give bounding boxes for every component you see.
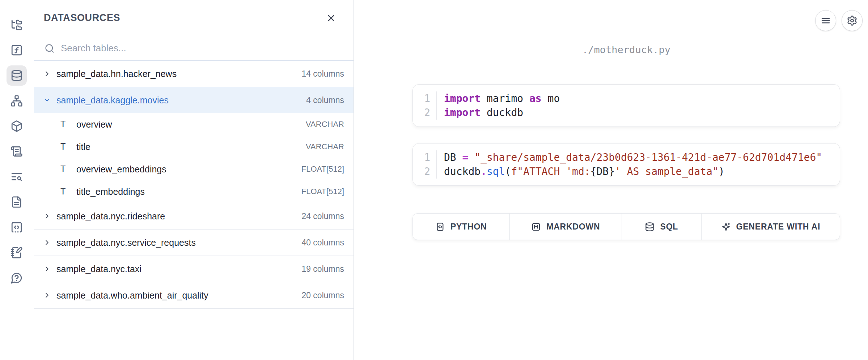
table-columns-count: 4 columns [306,95,344,105]
close-panel-button[interactable] [324,11,338,25]
sidebar-item-variables[interactable] [7,40,27,60]
table-name: sample_data.hn.hacker_news [56,69,301,79]
datasources-panel: DATASOURCES sample_data.hn.hacker_news14… [34,0,354,360]
code-token: DB [444,151,462,163]
sidebar-item-snippets[interactable] [7,217,27,237]
sparkles-icon [721,222,731,232]
table-name: sample_data.nyc.service_requests [56,237,301,248]
add-cell-bar: PYTHONMARKDOWNSQLGENERATE WITH AI [412,213,840,240]
search-tables-input[interactable] [61,36,353,60]
code-line: import marimo as mo [444,91,840,106]
folder-tree-icon [10,19,23,31]
sidebar-item-datasources[interactable] [7,65,27,86]
table-row[interactable]: sample_data.nyc.rideshare24 columns [34,203,353,229]
panel-title: DATASOURCES [44,12,120,23]
table-row[interactable]: sample_data.hn.hacker_news14 columns [34,61,353,87]
chevron-down-icon [43,96,51,104]
add-cell-button-label: SQL [660,222,678,232]
table-group: sample_data.nyc.taxi19 columns [34,256,353,282]
column-row[interactable]: Ttitle_embeddingsFLOAT[512] [34,180,353,203]
text-type-icon: T [60,119,70,129]
line-number: 1 [413,91,430,106]
markdown-icon [531,222,541,232]
code-cell[interactable]: 12DB = "_share/sample_data/23b0d623-1361… [412,143,840,186]
code-cell[interactable]: 12import marimo as moimport duckdb [412,84,840,127]
text-type-icon: T [60,164,70,174]
code-token: import [444,107,480,119]
column-type: FLOAT[512] [301,187,344,196]
sidebar-item-scratchpad[interactable] [7,243,27,263]
table-name: sample_data.nyc.rideshare [56,211,301,222]
line-number: 2 [413,164,430,179]
chevron-right-icon [43,70,51,78]
column-row[interactable]: ToverviewVARCHAR [34,113,353,136]
column-name: title_embeddings [76,187,301,197]
file-text-icon [10,196,23,208]
code-token [468,151,474,163]
sidebar-item-tracing[interactable] [7,167,27,187]
code-editor-content[interactable]: import marimo as moimport duckdb [437,91,840,120]
sidebar-item-documentation[interactable] [7,192,27,212]
sidebar-item-explorer[interactable] [7,15,27,35]
table-list: sample_data.hn.hacker_news14 columnssamp… [34,61,353,309]
menu-icon [820,15,831,26]
table-columns-count: 20 columns [301,291,344,300]
add-cell-sql-button[interactable]: SQL [622,214,701,240]
column-name: overview [76,119,306,130]
table-row[interactable]: sample_data.nyc.service_requests40 colum… [34,230,353,256]
chevron-right-icon [43,291,51,299]
table-name: sample_data.who.ambient_air_quality [56,290,301,301]
text-search-icon [10,171,23,183]
code-token: = [462,151,469,163]
code-token: f"ATTACH 'md: [511,166,590,177]
line-number: 1 [413,150,430,164]
table-columns-count: 19 columns [301,264,344,274]
add-cell-markdown-button[interactable]: MARKDOWN [509,214,622,240]
code-token: ) [719,166,725,177]
search-icon [45,43,55,53]
add-cell-python-button[interactable]: PYTHON [413,214,509,240]
code-editor-content[interactable]: DB = "_share/sample_data/23b0d623-1361-4… [437,150,840,179]
code-token: duckdb [480,107,523,119]
chevron-right-icon [43,239,51,247]
sidebar-item-help[interactable] [7,268,27,288]
search-icon [45,43,55,53]
column-row[interactable]: TtitleVARCHAR [34,136,353,158]
database-icon [645,222,655,232]
column-name: overview_embeddings [76,164,301,175]
code-token: ( [505,166,511,177]
text-type-icon: T [60,187,70,197]
table-name: sample_data.kaggle.movies [56,95,306,106]
column-row[interactable]: Toverview_embeddingsFLOAT[512] [34,158,353,180]
database-icon [10,69,23,82]
table-row[interactable]: sample_data.who.ambient_air_quality20 co… [34,282,353,308]
table-name: sample_data.nyc.taxi [56,264,301,274]
sidebar-item-dependencies[interactable] [7,91,27,111]
code-square-icon [435,222,445,232]
column-type: VARCHAR [306,142,344,151]
sidebar-item-packages[interactable] [7,116,27,136]
code-token: mo [542,93,560,104]
add-cell-button-label: GENERATE WITH AI [736,222,821,232]
settings-icon [847,15,858,26]
line-number-gutter: 12 [413,91,437,120]
menu-button[interactable] [815,10,836,31]
column-name: title [76,142,306,152]
table-group: sample_data.hn.hacker_news14 columns [34,61,353,87]
sidebar-icon-rail [0,0,33,360]
notebook-filename: ./motherduck.py [412,44,840,55]
chevron-right-icon [43,212,51,220]
table-group: sample_data.who.ambient_air_quality20 co… [34,282,353,309]
settings-button[interactable] [842,10,863,31]
add-cell-generate-with-ai-button[interactable]: GENERATE WITH AI [701,214,840,240]
table-group: sample_data.kaggle.movies4 columnsToverv… [34,87,353,203]
table-row[interactable]: sample_data.kaggle.movies4 columns [34,87,353,113]
column-type: FLOAT[512] [301,164,344,174]
marimo-app: { "sidebar_rail": { "items": [ { "name":… [0,0,868,360]
add-cell-button-label: PYTHON [450,222,487,232]
line-number-gutter: 12 [413,150,437,179]
chat-question-icon [10,272,23,284]
table-row[interactable]: sample_data.nyc.taxi19 columns [34,256,353,282]
sidebar-item-logs[interactable] [7,141,27,162]
close-icon [326,13,336,23]
